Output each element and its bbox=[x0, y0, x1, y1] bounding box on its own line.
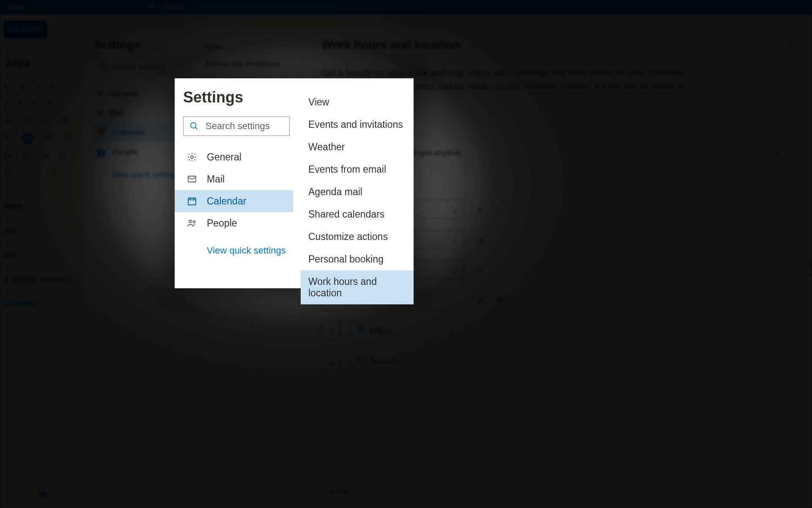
svg-point-27 bbox=[193, 221, 195, 223]
settings-sub-item[interactable]: Events from email bbox=[301, 158, 414, 181]
more-nav-icon[interactable]: ⋯ bbox=[72, 489, 79, 497]
settings-popup-focus: Settings Search settings General Mail bbox=[175, 78, 414, 288]
settings-sub-item[interactable]: Weather bbox=[301, 136, 414, 158]
work-hours-row: ⌄Remote⌄＋ bbox=[321, 352, 780, 371]
minical-day[interactable]: 20 bbox=[63, 133, 71, 144]
minical-row: 31123 bbox=[3, 168, 81, 177]
minical-day[interactable]: 31 bbox=[3, 168, 12, 177]
calendar-list-item[interactable]: dar bbox=[3, 218, 81, 243]
minical-day[interactable]: 26 bbox=[41, 152, 49, 161]
app-brand: tlook bbox=[8, 3, 25, 12]
popup-primary-nav: Settings Search settings General Mail bbox=[175, 78, 301, 288]
add-row-icon[interactable]: ＋ bbox=[475, 232, 486, 247]
calendar-list: dars dardayd States Holidaycalendar bbox=[3, 194, 81, 315]
location-icon bbox=[357, 356, 365, 367]
svg-point-20 bbox=[191, 156, 193, 158]
dismiss-hint-icon[interactable]: ✕ bbox=[774, 149, 780, 158]
minical-day[interactable]: 6 bbox=[47, 99, 51, 108]
gear-icon: ⚙ bbox=[96, 89, 104, 99]
add-row-icon[interactable]: ＋ bbox=[475, 293, 486, 308]
minical-dow-cell: F bbox=[50, 83, 55, 92]
settings-sub-item[interactable]: Agenda mail bbox=[301, 181, 414, 203]
settings-sub-item[interactable]: Events and invitations bbox=[301, 113, 414, 136]
calendar-list-item[interactable]: d States Holiday bbox=[3, 267, 81, 291]
minical-day[interactable]: 19 bbox=[44, 133, 52, 144]
minical-day[interactable]: 5 bbox=[32, 99, 36, 108]
people-nav-icon[interactable]: 👥 bbox=[38, 489, 47, 497]
search-placeholder: Search settings bbox=[206, 121, 270, 132]
close-icon[interactable]: ✕ bbox=[785, 39, 793, 50]
time-dropdown[interactable]: ⌄ bbox=[321, 352, 340, 371]
minical-day[interactable]: 27 bbox=[59, 152, 68, 161]
minical-row: 17181920 bbox=[3, 133, 81, 144]
calendar-list-item[interactable]: calendar bbox=[3, 291, 81, 315]
settings-sub-item[interactable]: Personal booking bbox=[301, 248, 414, 271]
view-quick-settings-link[interactable]: View quick settings bbox=[183, 245, 293, 256]
minical-day[interactable]: 3 bbox=[3, 99, 8, 108]
minical-day[interactable]: 11 bbox=[22, 116, 30, 125]
add-row-icon[interactable]: ＋ bbox=[475, 262, 486, 277]
settings-sub-item[interactable]: Work hours and location bbox=[301, 271, 414, 304]
minical-day[interactable]: 12 bbox=[41, 116, 49, 125]
settings-search-ph: Search settings bbox=[112, 63, 165, 72]
global-search[interactable]: 🔍 Search bbox=[144, 2, 338, 12]
nav-item-people[interactable]: People bbox=[183, 212, 293, 234]
location-icon bbox=[357, 326, 365, 336]
right-cutoff-text: date elem bbox=[810, 260, 812, 279]
gear-icon bbox=[187, 152, 198, 163]
minical-day[interactable]: 25 bbox=[22, 152, 30, 161]
minical-day[interactable]: 2 bbox=[36, 168, 41, 177]
add-row-icon[interactable]: ＋ bbox=[475, 354, 486, 369]
minical-day[interactable]: 13 bbox=[59, 116, 68, 125]
nav-item-mail[interactable]: Mail bbox=[183, 168, 293, 190]
settings-search-input[interactable]: Search settings bbox=[183, 116, 290, 136]
svg-rect-22 bbox=[188, 198, 196, 205]
settings-sub-item[interactable]: View bbox=[301, 91, 414, 113]
search-icon: 🔍 bbox=[99, 62, 108, 72]
settings-title: Settings bbox=[183, 88, 293, 106]
new-event-button[interactable]: ew event bbox=[3, 20, 47, 39]
time-dropdown[interactable]: ⌄ bbox=[321, 322, 340, 340]
global-search-placeholder: Search bbox=[160, 3, 183, 11]
svg-point-26 bbox=[189, 220, 192, 223]
location-dropdown[interactable]: Remote⌄ bbox=[350, 352, 464, 371]
minical-dow-cell: T bbox=[36, 83, 40, 92]
calendar-list-item[interactable]: day bbox=[3, 243, 81, 267]
popup-submenu: ViewEvents and invitationsWeatherEvents … bbox=[301, 78, 414, 288]
minical-day[interactable]: 17 bbox=[3, 133, 12, 144]
svg-line-19 bbox=[195, 127, 198, 130]
people-icon: 👥 bbox=[96, 147, 107, 157]
nav-item-general[interactable]: General bbox=[183, 146, 293, 168]
nav-item-calendar[interactable]: Calendar bbox=[175, 190, 293, 212]
work-hours-row: ⌄Office⌄＋ bbox=[321, 322, 780, 340]
delete-row-icon[interactable]: 🗑 bbox=[496, 295, 505, 306]
minical-day[interactable]: 24 bbox=[3, 152, 12, 161]
settings-search-bg[interactable]: 🔍 Search settings bbox=[94, 59, 189, 75]
add-row-icon[interactable]: ＋ bbox=[475, 202, 486, 216]
settings-sub-item-bg[interactable]: Events and invitations bbox=[199, 55, 304, 73]
location-dropdown[interactable]: Office⌄ bbox=[350, 322, 464, 340]
minical-day[interactable]: 4 bbox=[18, 99, 22, 108]
mail-icon: ✉ bbox=[96, 108, 103, 118]
nav-label-general: General bbox=[207, 152, 241, 163]
minical-day[interactable]: 10 bbox=[3, 116, 12, 125]
minical-day[interactable]: 1 bbox=[22, 168, 26, 177]
settings-sub-item[interactable]: Customize actions bbox=[301, 226, 414, 248]
minical-row: 3456 bbox=[3, 99, 81, 108]
people-icon bbox=[187, 218, 198, 229]
nav-label-people: People bbox=[207, 218, 237, 229]
settings-sub-item[interactable]: Shared calendars bbox=[301, 203, 414, 226]
mail-nav-icon[interactable]: ✉ bbox=[8, 489, 13, 497]
svg-point-18 bbox=[191, 123, 196, 128]
settings-sub-item-bg[interactable]: View bbox=[199, 38, 304, 55]
calendar-section-header: dars bbox=[3, 194, 81, 218]
minical-dow-cell: T bbox=[3, 83, 8, 92]
nav-label-mail: Mail bbox=[207, 174, 225, 185]
minical-day[interactable]: 18 bbox=[22, 133, 34, 144]
minical-day[interactable]: 3 bbox=[51, 168, 55, 177]
year-label: 2020 bbox=[5, 57, 81, 70]
add-row-icon[interactable]: ＋ bbox=[475, 323, 486, 338]
settings-title-bg: Settings bbox=[94, 38, 189, 52]
svg-rect-15 bbox=[358, 357, 364, 362]
nav-label-calendar: Calendar bbox=[207, 196, 246, 207]
